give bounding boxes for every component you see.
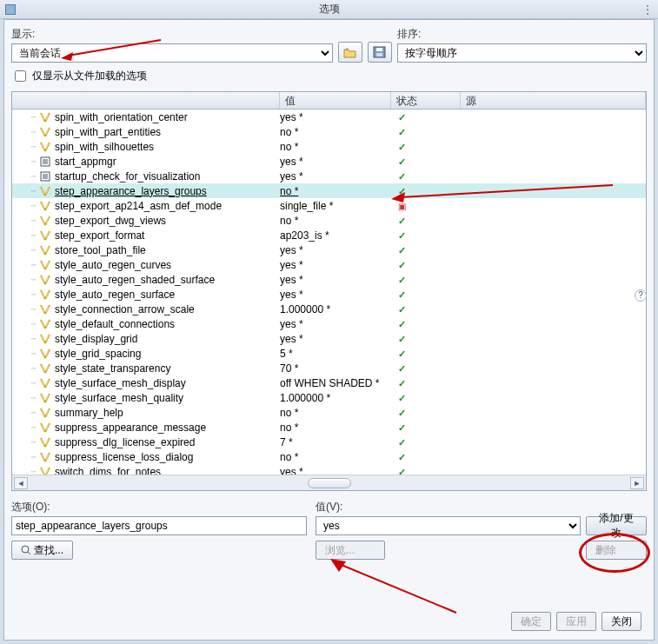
value-select[interactable]: yes <box>316 516 581 535</box>
lightning-icon <box>39 141 51 153</box>
option-name: style_connection_arrow_scale <box>55 303 195 315</box>
window-title: 选项 <box>16 2 642 17</box>
lightning-icon <box>39 229 51 242</box>
lightning-icon <box>39 407 51 419</box>
col-source[interactable]: 源 <box>461 92 646 109</box>
table-row[interactable]: ┈style_grid_spacing5 *✓ <box>12 346 646 361</box>
option-field-label: 选项(O): <box>11 500 307 515</box>
table-row[interactable]: ┈summary_helpno *✓ <box>12 405 646 420</box>
table-row[interactable]: ┈suppress_license_loss_dialogno *✓ <box>12 449 646 464</box>
option-value: yes * <box>280 259 391 271</box>
table-row[interactable]: ┈style_default_connectionsyes *✓ <box>12 316 646 331</box>
col-value[interactable]: 值 <box>280 92 391 109</box>
add-change-button[interactable]: 添加/更改 <box>586 516 647 535</box>
option-value: yes * <box>280 466 391 475</box>
option-value: yes * <box>280 170 391 183</box>
svg-line-12 <box>28 552 30 554</box>
option-value: yes * <box>280 244 391 256</box>
lightning-icon <box>39 333 51 345</box>
display-select[interactable]: 当前会话 <box>11 43 333 63</box>
option-name: summary_help <box>55 407 123 419</box>
table-row[interactable]: ┈style_display_gridyes *✓ <box>12 331 646 346</box>
ok-button: 确定 <box>511 612 551 631</box>
table-row[interactable]: ┈style_auto_regen_shaded_surfaceyes *✓ <box>12 272 646 287</box>
table-row[interactable]: ┈style_surface_mesh_displayoff WHEN SHAD… <box>12 375 646 390</box>
option-input[interactable] <box>11 516 307 535</box>
option-status: ✓ <box>391 170 461 183</box>
scroll-left-icon[interactable]: ◄ <box>14 477 28 489</box>
option-name: style_auto_regen_surface <box>55 289 175 301</box>
option-status: ✓ <box>391 244 461 256</box>
option-value: 5 * <box>280 348 391 360</box>
option-status: ✓ <box>391 318 461 330</box>
table-row[interactable]: ┈style_auto_regen_surfaceyes *✓ <box>12 287 646 302</box>
table-row[interactable]: ┈spin_with_part_entitiesno *✓ <box>12 124 646 139</box>
table-row[interactable]: ┈suppress_appearance_messageno *✓ <box>12 420 646 435</box>
table-row[interactable]: ┈spin_with_silhouettesno *✓ <box>12 139 646 154</box>
table-row[interactable]: ┈step_appearance_layers_groupsno *✓ <box>12 183 646 198</box>
option-name: step_export_ap214_asm_def_mode <box>55 200 222 212</box>
option-value: 1.000000 * <box>280 392 391 404</box>
table-row[interactable]: ┈start_appmgryes *✓ <box>12 154 646 169</box>
table-row[interactable]: ┈style_surface_mesh_quality1.000000 *✓ <box>12 390 646 405</box>
only-from-file-input[interactable] <box>15 70 26 82</box>
save-file-button[interactable] <box>368 42 392 63</box>
scroll-right-icon[interactable]: ► <box>630 477 644 489</box>
table-row[interactable]: ┈switch_dims_for_notesyes *✓ <box>12 464 646 475</box>
option-status: ✓ <box>391 141 461 153</box>
option-status: ✓ <box>391 377 461 389</box>
option-name: style_state_transparency <box>55 362 170 375</box>
table-row[interactable]: ┈style_connection_arrow_scale1.000000 *✓ <box>12 302 646 316</box>
lightning-icon <box>39 436 51 448</box>
option-value: no * <box>280 451 391 463</box>
table-row[interactable]: ┈spin_with_orientation_centeryes *✓ <box>12 110 646 124</box>
option-name: style_surface_mesh_quality <box>55 392 183 404</box>
delete-button: 删除 <box>586 541 647 560</box>
sort-select[interactable]: 按字母顺序 <box>397 43 647 63</box>
table-row[interactable]: ┈step_export_dwg_viewsno *✓ <box>12 213 646 228</box>
option-value: yes * <box>280 318 391 330</box>
option-status: ✓ <box>391 185 461 197</box>
horizontal-scrollbar[interactable]: ◄ ► <box>12 475 646 490</box>
option-status: ✓ <box>391 289 461 301</box>
lightning-icon <box>39 362 51 375</box>
lightning-icon <box>39 348 51 360</box>
table-row[interactable]: ┈style_state_transparency70 *✓ <box>12 361 646 375</box>
scroll-thumb[interactable] <box>308 478 351 488</box>
help-icon[interactable]: ? <box>635 289 647 302</box>
window-menu-icon[interactable]: ⋮ <box>642 3 653 16</box>
option-status: ✓ <box>391 436 461 448</box>
option-value: no * <box>280 215 391 227</box>
option-status: ✓ <box>391 348 461 360</box>
lightning-icon <box>39 215 51 227</box>
option-value: yes * <box>280 156 391 168</box>
svg-rect-1 <box>376 48 382 51</box>
table-row[interactable]: ┈startup_check_for_visualizationyes *✓ <box>12 169 646 183</box>
option-value: no * <box>280 407 391 419</box>
table-row[interactable]: ┈suppress_dlg_license_expired7 *✓ <box>12 435 646 449</box>
option-value: yes * <box>280 274 391 286</box>
col-name[interactable] <box>12 92 280 109</box>
option-status: ✓ <box>391 303 461 315</box>
table-row[interactable]: ┈style_auto_regen_curvesyes *✓ <box>12 257 646 272</box>
option-status: ✓ <box>391 466 461 475</box>
lightning-icon <box>39 466 51 475</box>
lightning-icon <box>39 126 51 138</box>
option-name: style_grid_spacing <box>55 348 141 360</box>
table-row[interactable]: ┈store_tool_path_fileyes *✓ <box>12 242 646 257</box>
table-row[interactable]: ┈step_export_formatap203_is *✓ <box>12 228 646 242</box>
col-status[interactable]: 状态 <box>391 92 461 109</box>
option-value: yes * <box>280 289 391 301</box>
open-file-button[interactable] <box>338 42 362 63</box>
option-name: spin_with_orientation_center <box>55 111 188 123</box>
lightning-icon <box>39 274 51 286</box>
close-button[interactable]: 关闭 <box>602 612 641 631</box>
lightning-icon <box>39 377 51 389</box>
option-name: style_default_connections <box>55 318 175 330</box>
sort-label: 排序: <box>397 27 647 42</box>
option-value: no * <box>280 185 391 197</box>
only-from-file-checkbox[interactable]: 仅显示从文件加载的选项 <box>11 68 647 84</box>
find-button[interactable]: 查找... <box>11 541 73 560</box>
option-value: off WHEN SHADED * <box>280 377 391 389</box>
table-row[interactable]: ┈step_export_ap214_asm_def_modesingle_fi… <box>12 198 646 213</box>
